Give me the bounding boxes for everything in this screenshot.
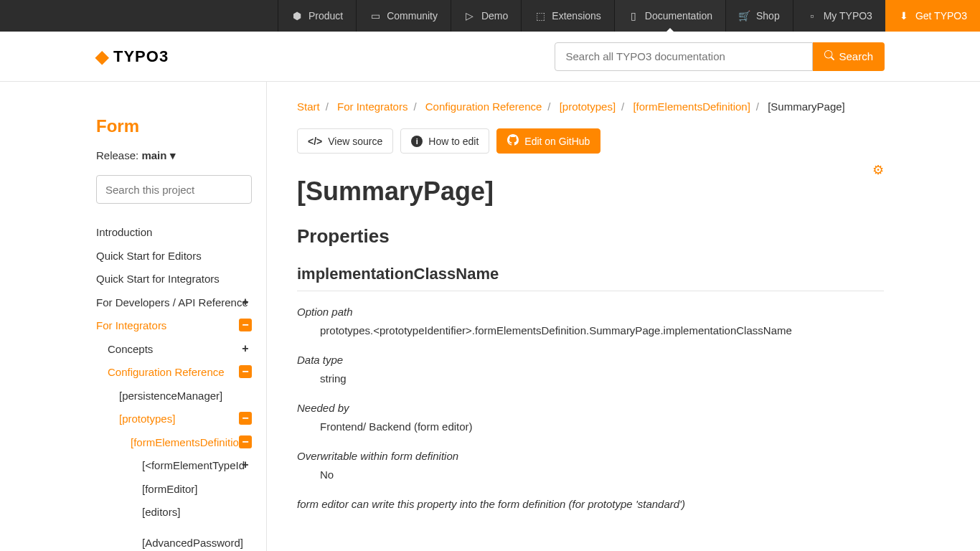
search-icon bbox=[824, 50, 834, 62]
view-source-button[interactable]: </> View source bbox=[297, 128, 393, 154]
sidebar-title[interactable]: Form bbox=[96, 116, 252, 136]
sidebar-item-persistence[interactable]: [persistenceManager] bbox=[119, 385, 252, 408]
property-definition: Option path prototypes.<prototypeIdentif… bbox=[297, 306, 884, 510]
form-editor-can-label: form editor can write this property into… bbox=[297, 498, 884, 510]
sidebar-item-advanced-password[interactable]: [AdvancedPassword] bbox=[142, 532, 252, 552]
needed-by-label: Needed by bbox=[297, 402, 884, 414]
chevron-down-icon: ▾ bbox=[170, 149, 176, 161]
sidebar-item-concepts[interactable]: Concepts bbox=[108, 338, 252, 362]
nav-my-typo3[interactable]: ▫My TYPO3 bbox=[793, 0, 885, 32]
expand-icon[interactable]: + bbox=[239, 296, 252, 309]
top-navigation: ⬢Product ▭Community ▷Demo ⬚Extensions ▯D… bbox=[0, 0, 980, 32]
search-input[interactable] bbox=[555, 42, 813, 71]
release-selector[interactable]: Release: main ▾ bbox=[96, 149, 252, 162]
nav-shop[interactable]: 🛒Shop bbox=[725, 0, 793, 32]
collapse-icon[interactable]: − bbox=[239, 435, 252, 448]
main-content: Start/ For Integrators/ Configuration Re… bbox=[267, 82, 980, 551]
sidebar: Form Release: main ▾ Introduction Quick … bbox=[0, 82, 267, 551]
collapse-icon[interactable]: − bbox=[239, 365, 252, 378]
breadcrumb: Start/ For Integrators/ Configuration Re… bbox=[297, 100, 884, 113]
breadcrumb-fed[interactable]: [formElementsDefinition] bbox=[633, 100, 750, 113]
book-icon: ▯ bbox=[628, 10, 639, 22]
option-path-value: prototypes.<prototypeIdentifier>.formEle… bbox=[320, 322, 884, 339]
breadcrumb-config[interactable]: Configuration Reference bbox=[425, 100, 542, 113]
expand-icon[interactable]: + bbox=[239, 458, 252, 471]
collapse-icon[interactable]: − bbox=[239, 412, 252, 425]
project-search-input[interactable] bbox=[96, 175, 252, 204]
option-path-label: Option path bbox=[297, 306, 884, 318]
nav-documentation[interactable]: ▯Documentation bbox=[614, 0, 725, 32]
sidebar-item-form-element-type-id[interactable]: [<formElementTypeId bbox=[142, 454, 252, 478]
sidebar-item-introduction[interactable]: Introduction bbox=[96, 221, 252, 245]
download-icon: ⬇ bbox=[898, 10, 910, 22]
breadcrumb-current: [SummaryPage] bbox=[768, 100, 845, 113]
search-button[interactable]: Search bbox=[813, 42, 885, 71]
breadcrumb-start[interactable]: Start bbox=[297, 100, 320, 113]
logo-icon: ◆ bbox=[95, 47, 109, 67]
product-icon: ⬢ bbox=[291, 10, 303, 22]
github-icon bbox=[507, 134, 519, 148]
community-icon: ▭ bbox=[369, 10, 381, 22]
nav-community[interactable]: ▭Community bbox=[356, 0, 451, 32]
how-to-edit-button[interactable]: i How to edit bbox=[400, 128, 489, 154]
sidebar-item-for-developers[interactable]: For Developers / API Reference bbox=[96, 291, 252, 315]
sidebar-item-prototypes[interactable]: [prototypes] bbox=[119, 408, 252, 431]
sidebar-item-config-ref[interactable]: Configuration Reference bbox=[108, 361, 252, 385]
site-header: ◆ TYPO3 Search bbox=[0, 32, 980, 82]
sidebar-item-quick-editors[interactable]: Quick Start for Editors bbox=[96, 245, 252, 268]
collapse-icon[interactable]: − bbox=[239, 319, 252, 331]
sidebar-item-quick-integrators[interactable]: Quick Start for Integrators bbox=[96, 268, 252, 291]
subsection-implementation-class-name: implementationClassName bbox=[297, 265, 884, 283]
info-icon: i bbox=[411, 136, 423, 147]
sidebar-item-editors[interactable]: [editors] bbox=[142, 501, 252, 524]
breadcrumb-integrators[interactable]: For Integrators bbox=[337, 100, 407, 113]
logo[interactable]: ◆ TYPO3 bbox=[95, 47, 169, 67]
cart-icon: 🛒 bbox=[739, 10, 750, 22]
needed-by-value: Frontend/ Backend (form editor) bbox=[320, 418, 884, 435]
play-icon: ▷ bbox=[464, 10, 476, 22]
breadcrumb-prototypes[interactable]: [prototypes] bbox=[560, 100, 616, 113]
account-icon: ▫ bbox=[806, 10, 818, 22]
sidebar-item-for-integrators[interactable]: For Integrators bbox=[96, 314, 252, 338]
nav-extensions[interactable]: ⬚Extensions bbox=[521, 0, 613, 32]
overwritable-value: No bbox=[320, 466, 884, 484]
nav-product[interactable]: ⬢Product bbox=[278, 0, 356, 32]
sidebar-item-form-elements-definition[interactable]: [formElementsDefinition] bbox=[131, 431, 252, 455]
cube-icon: ⬚ bbox=[534, 10, 546, 22]
code-icon: </> bbox=[308, 136, 322, 147]
sidebar-nav: Introduction Quick Start for Editors Qui… bbox=[96, 221, 252, 551]
gear-icon[interactable]: ⚙ bbox=[872, 162, 884, 178]
page-actions: </> View source i How to edit Edit on Gi… bbox=[297, 128, 884, 154]
section-properties: Properties bbox=[297, 225, 884, 248]
nav-get-typo3[interactable]: ⬇Get TYPO3 bbox=[885, 0, 980, 32]
edit-on-github-button[interactable]: Edit on GitHub bbox=[496, 128, 600, 154]
data-type-label: Data type bbox=[297, 354, 884, 366]
search-wrap: Search bbox=[555, 42, 885, 71]
sidebar-item-form-editor[interactable]: [formEditor] bbox=[142, 478, 252, 501]
expand-icon[interactable]: + bbox=[239, 342, 252, 355]
logo-text: TYPO3 bbox=[113, 47, 169, 66]
data-type-value: string bbox=[320, 370, 884, 387]
page-title: [SummaryPage] bbox=[297, 176, 884, 207]
overwritable-label: Overwritable within form definition bbox=[297, 450, 884, 462]
nav-demo[interactable]: ▷Demo bbox=[451, 0, 521, 32]
